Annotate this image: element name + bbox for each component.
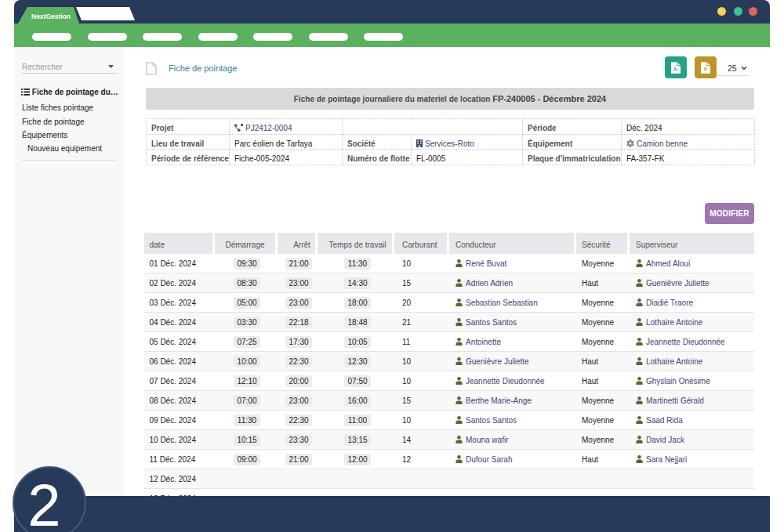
svg-text:x: x bbox=[703, 65, 707, 72]
